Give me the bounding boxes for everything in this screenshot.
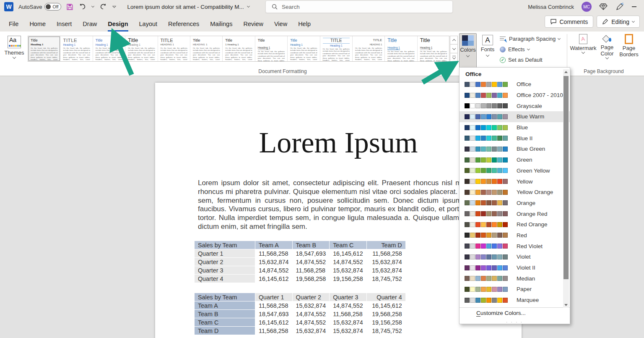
style-set-thumbnail-11[interactable]: TITLEHEADING 1On the Insert tab, the gal… [353, 36, 385, 61]
paragraph-spacing-button[interactable]: Paragraph Spacing [500, 35, 560, 43]
save-icon[interactable] [66, 3, 73, 10]
watermark-button[interactable]: A Watermark [571, 34, 595, 53]
undo-icon[interactable] [78, 3, 87, 10]
tab-review[interactable]: Review [238, 21, 269, 31]
color-scheme-office-2007-2010[interactable]: Office 2007 - 2010 [460, 90, 570, 101]
customize-colors-item[interactable]: Customize Colors... [460, 308, 570, 318]
color-scheme-swatches [465, 179, 508, 184]
document-title[interactable]: Lorem ipsum dolor sit amet - Compatibili… [127, 4, 244, 10]
style-set-thumbnail-9[interactable]: TitleHeading 1On the Insert tab, the gal… [288, 36, 320, 61]
tab-mailings[interactable]: Mailings [205, 21, 238, 31]
color-scheme-red[interactable]: Red [460, 230, 570, 241]
style-set-thumbnail-2[interactable]: TITLEHeading 1On the Insert tab, the gal… [60, 36, 93, 61]
tab-home[interactable]: Home [24, 21, 51, 31]
thumbnail-heading: Heading 1 [387, 46, 400, 50]
style-set-thumbnail-3[interactable]: TitleHeading 1On the Insert tab, the gal… [93, 36, 125, 61]
table-cell: 19,568,258 [292, 275, 330, 283]
avatar[interactable]: MC [582, 2, 592, 12]
color-scheme-green[interactable]: Green [460, 155, 570, 165]
autosave-toggle[interactable]: Off [44, 3, 61, 10]
table-row: Quarter 215,632,87414,874,55214,874,5521… [195, 258, 406, 266]
color-scheme-red-orange[interactable]: Red Orange [460, 219, 570, 230]
color-scheme-blue[interactable]: Blue [460, 122, 570, 133]
gallery-more-button[interactable] [450, 53, 458, 62]
themes-button[interactable]: Aa Themes [3, 34, 26, 73]
page-color-button[interactable]: Page Color [597, 34, 617, 59]
search-input[interactable]: Search [265, 0, 453, 13]
color-scheme-paper[interactable]: Paper [460, 284, 570, 295]
set-as-default-label: Set as Default [508, 57, 543, 63]
table-row: Team C16,145,61214,874,55215,632,87419,1… [195, 318, 406, 327]
gem-icon[interactable] [599, 3, 608, 10]
style-set-thumbnail-4[interactable]: TitleHeading 1On the Insert tab, the gal… [125, 36, 158, 61]
word-app-icon[interactable]: W [4, 2, 13, 11]
color-scheme-red-violet[interactable]: Red Violet [460, 241, 570, 252]
color-scheme-marquee[interactable]: Marquee [460, 295, 570, 306]
scroll-down-arrow-icon[interactable] [564, 304, 568, 306]
color-scheme-orange-red[interactable]: Orange Red [460, 208, 570, 219]
color-scheme-violet-ii[interactable]: Violet II [460, 262, 570, 273]
editing-button[interactable]: Editing [597, 16, 640, 28]
document-title-chevron-icon[interactable] [247, 5, 250, 8]
table-cell: 14,874,552 [292, 318, 330, 327]
gallery-scroll-up-button[interactable] [450, 36, 458, 45]
sales-table-2[interactable]: Sales by TeamQuarter 1Quarter 2Quarter 3… [194, 293, 406, 335]
table-cell: Team C [195, 318, 255, 327]
table-header-row: Sales by TeamQuarter 1Quarter 2Quarter 3… [195, 293, 406, 301]
color-scheme-yellow-orange[interactable]: Yellow Orange [460, 187, 570, 198]
page-borders-button[interactable]: Page Borders [618, 34, 640, 58]
style-set-thumbnail-10[interactable]: TITLEHeading 1On the Insert tab, the gal… [320, 36, 353, 61]
tab-references[interactable]: References [163, 21, 205, 31]
table-header-cell: Team D [366, 241, 405, 249]
color-scheme-green-yellow[interactable]: Green Yellow [460, 165, 570, 176]
color-scheme-office[interactable]: Office [460, 79, 570, 90]
table-cell: Team D [195, 327, 255, 335]
sales-table-1[interactable]: Sales by TeamTeam ATeam BTeam CTeam DQua… [194, 241, 406, 283]
menu-resize-handle[interactable]: . . . . [460, 319, 570, 323]
tab-file[interactable]: File [3, 21, 24, 31]
table-cell: 15,632,874 [366, 266, 405, 275]
color-scheme-median[interactable]: Median [460, 273, 570, 284]
color-scheme-name: Blue II [517, 135, 532, 141]
style-set-thumbnail-1[interactable]: TitleHeading 1On the Insert tab, the gal… [28, 36, 60, 61]
style-set-thumbnail-5[interactable]: TITLEHEADING 1On the Insert tab, the gal… [158, 36, 190, 61]
color-scheme-orange[interactable]: Orange [460, 198, 570, 209]
color-scheme-yellow[interactable]: Yellow [460, 176, 570, 187]
style-set-thumbnail-8[interactable]: TitleHeading 1On the Insert tab, the gal… [255, 36, 288, 61]
color-scheme-violet[interactable]: Violet [460, 252, 570, 262]
tab-layout[interactable]: Layout [134, 21, 163, 31]
color-scheme-blue-warm[interactable]: Blue Warm [460, 111, 570, 122]
scrollbar-thumb[interactable] [564, 76, 569, 279]
table-cell: Quarter 3 [195, 266, 255, 275]
set-as-default-button[interactable]: ✓ Set as Default [500, 56, 560, 64]
themes-icon: Aa [8, 36, 21, 48]
tab-insert[interactable]: Insert [51, 21, 77, 31]
tab-draw[interactable]: Draw [77, 21, 102, 31]
pencil-icon [602, 18, 608, 25]
style-set-thumbnail-13[interactable]: TitleHeading 1On the Insert tab, the gal… [418, 36, 449, 61]
color-scheme-name: Red Violet [517, 243, 543, 249]
tab-view[interactable]: View [269, 21, 293, 31]
editor-pen-icon[interactable] [615, 3, 624, 11]
style-set-thumbnail-7[interactable]: Title1 Heading 1On the Insert tab, the g… [223, 36, 255, 61]
table-header-cell: Quarter 1 [255, 293, 293, 301]
style-set-thumbnail-12[interactable]: TitleHeading 1On the Insert tab, the gal… [385, 36, 417, 61]
color-scheme-blue-green[interactable]: Blue Green [460, 144, 570, 155]
color-scheme-grayscale[interactable]: Grayscale [460, 100, 570, 111]
thumbnail-body-text: On the Insert tab, the galleries include… [420, 50, 447, 61]
thumbnail-title: Title [96, 38, 122, 43]
tab-design[interactable]: Design [102, 21, 133, 31]
quick-access-overflow-icon[interactable] [112, 6, 116, 8]
scroll-up-arrow-icon[interactable] [564, 71, 568, 73]
comments-button[interactable]: Comments [545, 16, 594, 28]
color-scheme-blue-ii[interactable]: Blue II [460, 133, 570, 144]
minimize-icon[interactable] [632, 6, 636, 7]
undo-chevron-icon[interactable] [91, 5, 94, 8]
gallery-scroll-down-button[interactable] [450, 45, 458, 53]
style-set-thumbnail-6[interactable]: TitleHEADING 1On the Insert tab, the gal… [190, 36, 223, 61]
tab-help[interactable]: Help [293, 21, 316, 31]
effects-button[interactable]: Effects [500, 45, 560, 53]
dropdown-scrollbar[interactable] [563, 69, 569, 308]
redo-icon[interactable] [99, 3, 107, 10]
thumbnail-body-text: On the Insert tab, the galleries include… [323, 48, 350, 61]
